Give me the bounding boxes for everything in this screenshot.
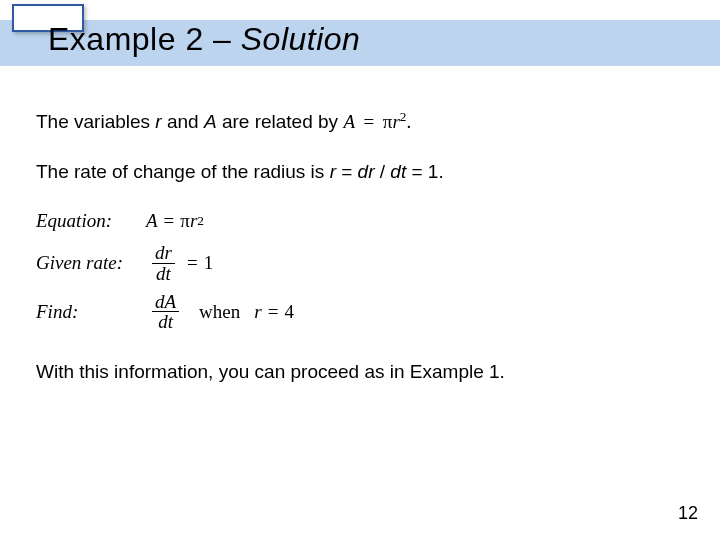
slide-title: Example 2 – Solution bbox=[48, 22, 360, 57]
equals-sign: = bbox=[363, 111, 374, 132]
pi-symbol: π bbox=[180, 207, 190, 235]
row-find: Find: dA dt when r = 4 bbox=[36, 292, 684, 333]
equals-sign: = bbox=[268, 298, 279, 326]
text: The rate of change of the radius is bbox=[36, 161, 330, 182]
intro-line-1: The variables r and A are related by A =… bbox=[36, 108, 684, 136]
value-1: 1 bbox=[204, 249, 214, 277]
text: The variables bbox=[36, 111, 155, 132]
value-4: 4 bbox=[284, 298, 294, 326]
inline-equation: A = πr2. bbox=[343, 111, 411, 132]
eq-r: r bbox=[190, 207, 197, 235]
eq-r: r bbox=[392, 111, 399, 132]
label-given-rate: Given rate: bbox=[36, 249, 146, 277]
denominator: dt bbox=[153, 264, 174, 284]
equation-block: Equation: A = πr2 Given rate: dr dt = 1 … bbox=[36, 207, 684, 332]
slide-body: The variables r and A are related by A =… bbox=[36, 108, 684, 408]
label-equation: Equation: bbox=[36, 207, 146, 235]
equals-sign: = bbox=[164, 207, 175, 235]
dr: dr bbox=[358, 161, 375, 182]
text: = 1. bbox=[406, 161, 444, 182]
row-given-rate: Given rate: dr dt = 1 bbox=[36, 243, 684, 284]
equals-sign: = bbox=[187, 249, 198, 277]
label-find: Find: bbox=[36, 298, 146, 326]
text: and bbox=[162, 111, 204, 132]
when-text: when bbox=[199, 298, 240, 326]
page-number: 12 bbox=[678, 503, 698, 524]
slide: Example 2 – Solution The variables r and… bbox=[0, 0, 720, 540]
fraction-dr-dt: dr dt bbox=[152, 243, 175, 284]
title-emph: Solution bbox=[241, 21, 361, 57]
numerator: dr bbox=[152, 243, 175, 263]
intro-line-2: The rate of change of the radius is r = … bbox=[36, 158, 684, 186]
eq-A: A bbox=[146, 207, 158, 235]
var-A: A bbox=[204, 111, 217, 132]
numerator: dA bbox=[152, 292, 179, 312]
pi-symbol: π bbox=[383, 111, 393, 132]
dt: dt bbox=[390, 161, 406, 182]
eq-A: A bbox=[343, 111, 354, 132]
row-equation: Equation: A = πr2 bbox=[36, 207, 684, 235]
fraction-dA-dt: dA dt bbox=[152, 292, 179, 333]
closing-line: With this information, you can proceed a… bbox=[36, 358, 684, 386]
period: . bbox=[407, 111, 412, 132]
text: are related by bbox=[217, 111, 344, 132]
title-prefix: Example 2 – bbox=[48, 21, 241, 57]
slash: / bbox=[375, 161, 391, 182]
equals: = bbox=[336, 161, 358, 182]
exponent-2: 2 bbox=[400, 109, 407, 124]
denominator: dt bbox=[155, 312, 176, 332]
var-r: r bbox=[254, 298, 261, 326]
